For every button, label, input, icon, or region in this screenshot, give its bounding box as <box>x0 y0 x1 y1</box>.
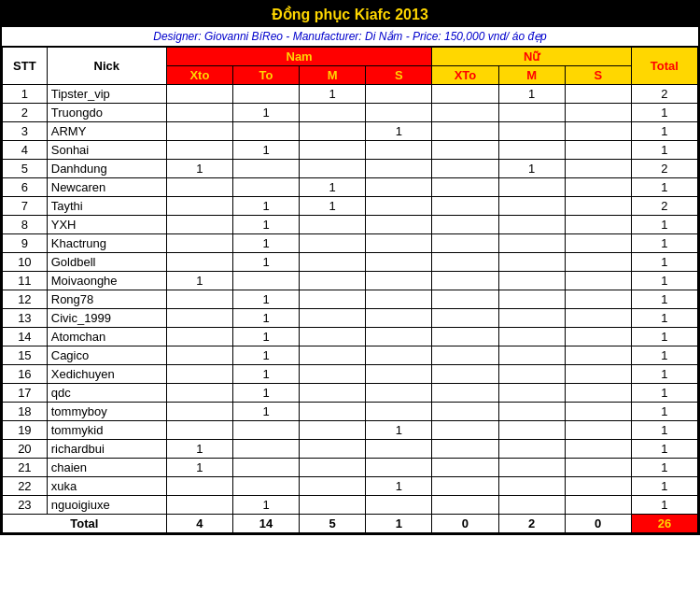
total-m: 5 <box>300 515 366 533</box>
total-nu-xto: 0 <box>432 515 498 533</box>
table-row: 18tommyboy11 <box>3 403 698 421</box>
total-s: 1 <box>366 515 432 533</box>
total-row: Total 4 14 5 1 0 2 0 26 <box>3 515 698 533</box>
table-row: 23nguoigiuxe11 <box>3 496 698 515</box>
table-row: 2Truongdo11 <box>3 104 698 122</box>
subtitle-bar: Designer: Giovanni BíReo - Manufacturer:… <box>2 27 698 47</box>
table-row: 19tommykid11 <box>3 421 698 440</box>
total-xto: 4 <box>166 515 232 533</box>
table-row: 5Danhdung112 <box>3 160 698 178</box>
table-row: 10Goldbell11 <box>3 253 698 272</box>
table-row: 6Newcaren11 <box>3 178 698 197</box>
col-total: Total <box>631 48 697 85</box>
total-to: 14 <box>232 515 299 533</box>
table-row: 15Cagico11 <box>3 346 698 365</box>
col-nick: Nick <box>47 48 166 85</box>
table-row: 13Civic_199911 <box>3 309 698 328</box>
subtitle-text: Designer: Giovanni BíReo - Manufacturer:… <box>153 30 547 43</box>
table-row: 4Sonhai11 <box>3 141 698 160</box>
table-row: 16Xedichuyen11 <box>3 365 698 384</box>
col-group-nu: Nữ <box>432 48 631 66</box>
col-nu-xto: XTo <box>432 66 498 85</box>
title-bar: Đồng phục Kiafc 2013 <box>2 2 698 27</box>
table-row: 11Moivaonghe11 <box>3 272 698 290</box>
table-row: 22xuka11 <box>3 477 698 496</box>
col-nam-s: S <box>366 66 432 85</box>
table-row: 21chaien11 <box>3 459 698 477</box>
table-row: 7Taythi112 <box>3 197 698 216</box>
col-nam-m: M <box>300 66 366 85</box>
table-row: 12Rong7811 <box>3 290 698 309</box>
col-nam-to: To <box>232 66 299 85</box>
col-stt: STT <box>3 48 48 85</box>
main-table: STT Nick Nam Nữ Total Xto To M S XTo M S… <box>2 47 698 533</box>
table-row: 1Tipster_vip112 <box>3 85 698 104</box>
total-nu-m: 2 <box>498 515 565 533</box>
total-nu-s: 0 <box>565 515 631 533</box>
table-row: 14Atomchan11 <box>3 328 698 346</box>
table-row: 17qdc11 <box>3 384 698 403</box>
table-row: 8YXH11 <box>3 216 698 234</box>
col-nam-xto: Xto <box>166 66 232 85</box>
table-row: 20richardbui11 <box>3 440 698 459</box>
col-group-nam: Nam <box>166 48 432 66</box>
grand-total: 26 <box>631 515 697 533</box>
table-row: 3ARMY11 <box>3 122 698 141</box>
table-row: 9Khactrung11 <box>3 234 698 253</box>
page-title: Đồng phục Kiafc 2013 <box>272 7 428 22</box>
col-nu-s: S <box>565 66 631 85</box>
total-label: Total <box>3 515 167 533</box>
col-nu-m: M <box>498 66 565 85</box>
